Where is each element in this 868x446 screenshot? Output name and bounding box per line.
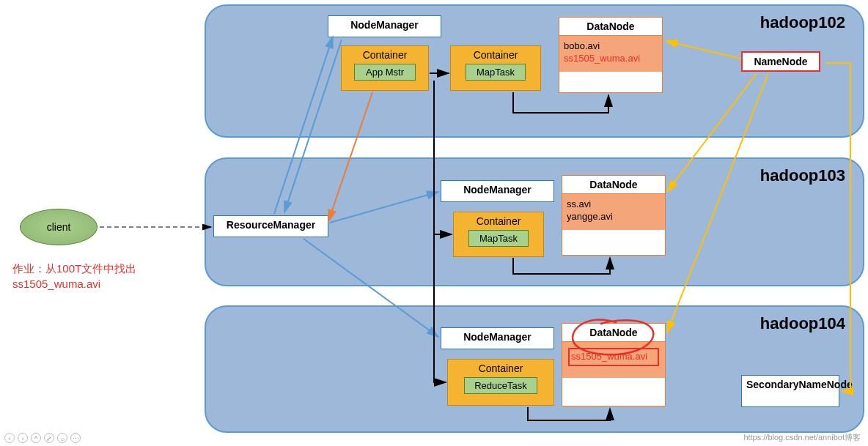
node-manager-104-label: NodeManager — [463, 331, 532, 343]
secondary-namenode-label: SecondaryNameNode — [746, 379, 853, 390]
node-manager-102-label: NodeManager — [350, 19, 419, 31]
namenode-label: NameNode — [754, 56, 807, 67]
dn103-file-1: ss.avi — [567, 198, 591, 209]
footer-nav-icons: ‹ › ^ ⤢ ⌕ ⋯ — [4, 433, 81, 443]
container-maptask-103: Container MapTask — [453, 212, 544, 257]
secondary-namenode: SecondaryNameNode — [741, 375, 839, 407]
scribble-circle — [564, 316, 669, 359]
datanode-102: DataNode bobo.avi ss1505_wuma.avi — [559, 17, 663, 93]
node-manager-103: NodeManager — [441, 180, 554, 202]
footer-icon-more[interactable]: ⋯ — [70, 433, 81, 443]
client-label: client — [47, 221, 71, 233]
footer-icon-up[interactable]: ^ — [31, 433, 41, 443]
dn103-file-2: yangge.avi — [567, 211, 613, 222]
dn102-file-highlight: ss1505_wuma.avi — [564, 53, 640, 64]
container-rt-title: Container — [448, 360, 553, 376]
container-maptask-102: Container MapTask — [450, 45, 541, 91]
resource-manager-label: ResourceManager — [227, 219, 315, 231]
cluster-title-103: hadoop103 — [760, 166, 845, 185]
client-node: client — [20, 209, 98, 245]
container-appmstr-title: Container — [342, 46, 428, 62]
cluster-title-102: hadoop102 — [760, 13, 845, 32]
datanode-102-title: DataNode — [559, 18, 662, 35]
app-mstr: App Mstr — [354, 64, 416, 81]
container-appmstr: Container App Mstr — [341, 45, 429, 91]
footer-icon-zoom[interactable]: ⌕ — [57, 433, 67, 443]
task-note-l1: 作业：从100T文件中找出 — [12, 262, 136, 275]
resource-manager: ResourceManager — [213, 215, 328, 237]
container-reducetask: Container ReduceTask — [447, 359, 554, 406]
node-manager-102: NodeManager — [328, 15, 441, 37]
reducetask: ReduceTask — [464, 377, 537, 394]
maptask-103: MapTask — [468, 230, 529, 247]
dn102-file-1: bobo.avi — [564, 40, 600, 51]
datanode-103-title: DataNode — [562, 176, 665, 193]
node-manager-103-label: NodeManager — [463, 184, 532, 196]
footer-icon-full[interactable]: ⤢ — [44, 433, 54, 443]
task-note-l2: ss1505_wuma.avi — [12, 278, 100, 290]
task-annotation: 作业：从100T文件中找出 ss1505_wuma.avi — [12, 261, 136, 291]
cluster-title-104: hadoop104 — [760, 314, 845, 333]
maptask-102: MapTask — [466, 64, 526, 81]
namenode: NameNode — [741, 51, 820, 72]
footer-icon-prev[interactable]: ‹ — [4, 433, 15, 443]
node-manager-104: NodeManager — [441, 327, 554, 349]
watermark: https://blog.csdn.net/annibot博客 — [743, 432, 861, 443]
container-mt102-title: Container — [451, 46, 540, 62]
datanode-103: DataNode ss.avi yangge.avi — [562, 175, 666, 256]
container-mt103-title: Container — [454, 212, 543, 228]
footer-icon-next[interactable]: › — [18, 433, 28, 443]
